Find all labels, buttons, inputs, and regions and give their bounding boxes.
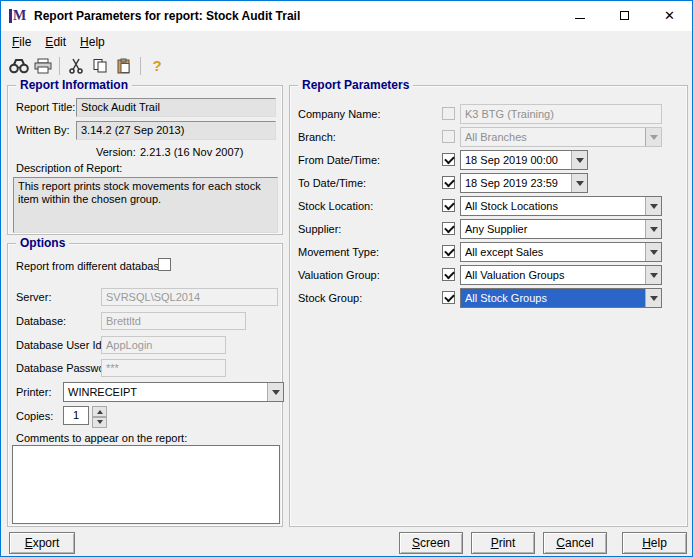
menu-item-edit[interactable]: Edit [38, 33, 73, 51]
version-label: Version: [96, 146, 136, 158]
comments-textarea[interactable] [12, 445, 280, 524]
chevron-down-icon[interactable] [267, 383, 283, 401]
help-button[interactable]: ? [145, 55, 169, 77]
database-password-field: *** [101, 359, 226, 377]
supplier-checkbox[interactable] [442, 222, 455, 235]
company-name-label: Company Name: [298, 108, 381, 120]
written-by-field: 3.14.2 (27 Sep 2013) [76, 121, 276, 140]
valuation-group-checkbox[interactable] [442, 268, 455, 281]
chevron-down-icon[interactable] [645, 266, 661, 284]
supplier-label: Supplier: [298, 223, 341, 235]
supplier-combo[interactable]: Any Supplier [460, 219, 662, 239]
company-name-checkbox [442, 107, 455, 120]
printer-combo[interactable]: WINRECEIPT [63, 382, 284, 402]
chevron-up-icon [97, 407, 103, 414]
maximize-button[interactable] [602, 1, 647, 30]
app-icon: M [9, 8, 27, 24]
minimize-icon [575, 18, 585, 19]
paste-button[interactable] [112, 55, 136, 77]
to-date-checkbox[interactable] [442, 176, 455, 189]
minimize-button[interactable] [557, 1, 602, 30]
param-row-from-date: From Date/Time: 18 Sep 2019 00:00 [290, 150, 687, 171]
param-row-stock-group: Stock Group: All Stock Groups [290, 288, 687, 309]
movement-type-combo[interactable]: All except Sales [460, 242, 662, 262]
spinner-up-button[interactable] [92, 406, 107, 417]
comments-label: Comments to appear on the report: [16, 432, 187, 444]
toolbar-separator [140, 57, 141, 75]
window-title: Report Parameters for report: Stock Audi… [34, 9, 300, 23]
close-button[interactable]: ✕ [647, 1, 692, 30]
from-date-checkbox[interactable] [442, 153, 455, 166]
param-row-to-date: To Date/Time: 18 Sep 2019 23:59 [290, 173, 687, 194]
options-title: Options [16, 236, 69, 250]
chevron-down-icon[interactable] [645, 243, 661, 261]
version-value: 2.21.3 (16 Nov 2007) [140, 146, 243, 158]
branch-checkbox [442, 130, 455, 143]
paste-icon [116, 58, 132, 74]
chevron-down-icon[interactable] [571, 174, 587, 192]
printer-icon [34, 58, 52, 74]
scissors-icon [68, 58, 84, 74]
stock-location-label: Stock Location: [298, 200, 373, 212]
copies-input[interactable]: 1 [63, 406, 89, 425]
company-name-field: K3 BTG (Training) [460, 104, 662, 124]
cut-button[interactable] [64, 55, 88, 77]
stock-location-combo[interactable]: All Stock Locations [460, 196, 662, 216]
help-button-bottom[interactable]: Help [622, 532, 687, 554]
spinner-down-button[interactable] [92, 417, 107, 428]
param-row-stock-location: Stock Location: All Stock Locations [290, 196, 687, 217]
valuation-group-combo[interactable]: All Valuation Groups [460, 265, 662, 285]
movement-type-checkbox[interactable] [442, 245, 455, 258]
cancel-button[interactable]: Cancel [543, 532, 607, 554]
report-parameters-window: M Report Parameters for report: Stock Au… [0, 0, 693, 557]
to-date-combo[interactable]: 18 Sep 2019 23:59 [460, 173, 588, 193]
from-date-combo[interactable]: 18 Sep 2019 00:00 [460, 150, 588, 170]
find-button[interactable] [7, 55, 31, 77]
stock-location-checkbox[interactable] [442, 199, 455, 212]
title-bar: M Report Parameters for report: Stock Au… [1, 1, 692, 31]
caption-buttons: ✕ [557, 1, 692, 31]
menu-bar: File Edit Help [1, 31, 692, 52]
database-field: Brettltd [101, 312, 246, 330]
different-database-checkbox[interactable] [158, 258, 171, 271]
report-information-group: Report Information Report Title: Stock A… [7, 85, 283, 235]
logo-bar [9, 9, 12, 23]
menu-item-help[interactable]: Help [73, 33, 112, 51]
print-button[interactable]: Print [471, 532, 535, 554]
print-button[interactable] [31, 55, 55, 77]
param-row-valuation-group: Valuation Group: All Valuation Groups [290, 265, 687, 286]
report-information-title: Report Information [16, 78, 132, 92]
chevron-down-icon[interactable] [645, 220, 661, 238]
close-icon: ✕ [664, 8, 675, 23]
movement-type-label: Movement Type: [298, 246, 379, 258]
param-row-movement-type: Movement Type: All except Sales [290, 242, 687, 263]
screen-button[interactable]: Screen [399, 532, 463, 554]
param-row-branch: Branch: All Branches [290, 127, 687, 148]
written-by-label: Written By: [16, 124, 70, 136]
stock-group-combo[interactable]: All Stock Groups [460, 288, 662, 308]
chevron-down-icon[interactable] [571, 151, 587, 169]
copy-button[interactable] [88, 55, 112, 77]
report-title-label: Report Title: [16, 101, 75, 113]
description-label: Description of Report: [16, 162, 122, 174]
stock-group-checkbox[interactable] [442, 291, 455, 304]
toolbar: ? [1, 52, 692, 79]
copy-icon [92, 58, 108, 74]
printer-label: Printer: [16, 386, 51, 398]
menu-item-file[interactable]: File [5, 33, 38, 51]
export-button[interactable]: Export [9, 532, 75, 554]
to-date-label: To Date/Time: [298, 177, 366, 189]
param-row-company-name: Company Name: K3 BTG (Training) [290, 104, 687, 125]
copies-label: Copies: [16, 410, 53, 422]
from-date-label: From Date/Time: [298, 154, 380, 166]
chevron-down-icon[interactable] [645, 289, 661, 307]
server-field: SVRSQL\SQL2014 [101, 288, 278, 306]
branch-label: Branch: [298, 131, 336, 143]
logo-letter: M [13, 9, 26, 23]
different-database-label: Report from different database [16, 260, 165, 272]
description-field: This report prints stock movements for e… [13, 177, 278, 233]
valuation-group-label: Valuation Group: [298, 269, 380, 281]
report-parameters-title: Report Parameters [298, 78, 413, 92]
server-label: Server: [16, 291, 51, 303]
chevron-down-icon[interactable] [645, 197, 661, 215]
